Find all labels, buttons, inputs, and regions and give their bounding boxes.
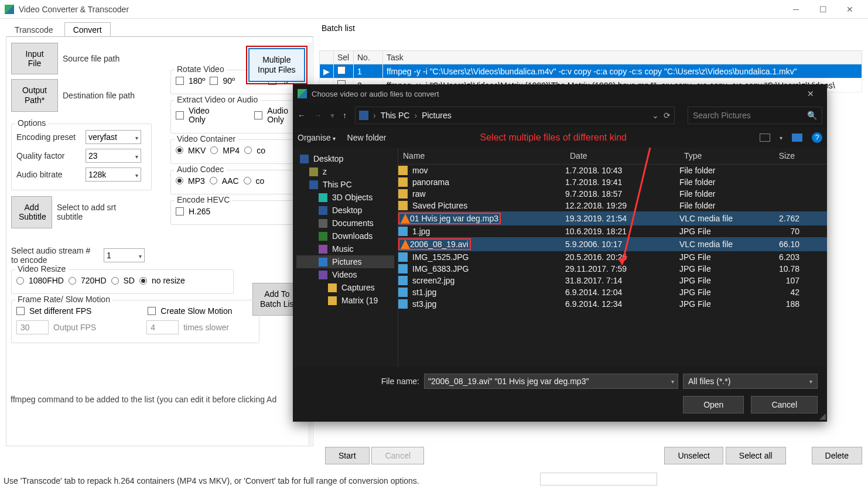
crumb-pictures[interactable]: Pictures bbox=[422, 111, 452, 120]
tree-captures[interactable]: Captures bbox=[296, 281, 394, 294]
preview-pane-button[interactable] bbox=[792, 134, 802, 142]
batch-row-checkbox[interactable] bbox=[337, 66, 346, 74]
resize-grip[interactable]: ◢ bbox=[819, 411, 826, 420]
minimize-button[interactable]: ─ bbox=[782, 1, 809, 18]
quality-factor-select[interactable]: 23 bbox=[86, 149, 141, 163]
search-input[interactable]: Search Pictures 🔍 bbox=[688, 107, 822, 124]
nav-back-button[interactable]: ← bbox=[298, 111, 306, 120]
help-button[interactable]: ? bbox=[812, 132, 822, 143]
set-fps-checkbox[interactable] bbox=[16, 307, 25, 315]
container-mp4-radio[interactable] bbox=[210, 146, 218, 154]
delete-button[interactable]: Delete bbox=[812, 447, 862, 464]
times-slower-input[interactable] bbox=[146, 320, 179, 334]
file-type-filter[interactable]: All files (*.*)▾ bbox=[683, 374, 818, 389]
group-hevc: Encode HEVC H.265 bbox=[170, 200, 293, 225]
window-title: Video Converter & Transcoder bbox=[19, 5, 782, 14]
open-button[interactable]: Open bbox=[683, 396, 744, 413]
slow-motion-checkbox[interactable] bbox=[148, 307, 156, 315]
file-row[interactable]: 1.jpg10.6.2019. 18:21JPG File70 bbox=[398, 225, 827, 237]
resize-none-radio[interactable] bbox=[139, 277, 147, 285]
unselect-button[interactable]: Unselect bbox=[664, 447, 723, 464]
file-row[interactable]: Saved Pictures12.2.2018. 19:29File folde… bbox=[398, 200, 827, 211]
tree-3d-objects[interactable]: 3D Objects bbox=[296, 191, 394, 204]
file-row[interactable]: panorama1.7.2018. 19:41File folder bbox=[398, 176, 827, 188]
tree-videos[interactable]: Videos bbox=[296, 268, 394, 281]
add-subtitle-button[interactable]: Add Subtitle bbox=[11, 196, 52, 229]
crumb-this-pc[interactable]: This PC bbox=[381, 111, 410, 120]
col-size[interactable]: Size bbox=[767, 148, 799, 164]
rotate-90-checkbox[interactable] bbox=[210, 77, 218, 85]
file-row[interactable]: st1.jpg6.9.2014. 12:04JPG File42 bbox=[398, 286, 827, 298]
view-mode-button[interactable] bbox=[760, 134, 770, 142]
encoding-preset-select[interactable]: veryfast bbox=[86, 130, 141, 144]
col-date[interactable]: Date bbox=[565, 148, 679, 164]
acodec-co-radio[interactable] bbox=[244, 177, 251, 184]
file-row[interactable]: st3.jpg6.9.2014. 12:34JPG File188 bbox=[398, 298, 827, 310]
col-name[interactable]: Name bbox=[398, 148, 565, 164]
resize-1080-radio[interactable] bbox=[16, 277, 24, 285]
tree-downloads[interactable]: Downloads bbox=[296, 230, 394, 242]
multiple-input-files-button[interactable]: Multiple Input Files bbox=[248, 48, 305, 82]
file-row[interactable]: raw9.7.2018. 18:57File folder bbox=[398, 188, 827, 200]
resize-720-radio[interactable] bbox=[69, 277, 76, 285]
file-row[interactable]: 2006_08_19.avi5.9.2006. 10:17VLC media f… bbox=[398, 237, 827, 251]
tree-documents[interactable]: Documents bbox=[296, 217, 394, 230]
start-button[interactable]: Start bbox=[325, 447, 370, 464]
input-file-button[interactable]: Input File bbox=[11, 43, 58, 74]
nav-forward-button[interactable]: → bbox=[314, 111, 322, 120]
dest-path-label: Destination file path bbox=[63, 91, 135, 100]
maximize-button[interactable]: ☐ bbox=[809, 1, 836, 18]
nav-up-button[interactable]: ↑ bbox=[343, 111, 347, 120]
output-path-button[interactable]: Output Path* bbox=[11, 79, 58, 112]
resize-sd-radio[interactable] bbox=[111, 277, 119, 285]
batch-list-title: Batch list bbox=[319, 22, 862, 34]
breadcrumb[interactable]: › This PC › Pictures ⌄⟳ bbox=[355, 107, 675, 124]
group-resize: Video Resize 1080FHD 720HD SD no resize bbox=[11, 269, 234, 294]
video-only-checkbox[interactable] bbox=[176, 111, 184, 119]
tab-convert[interactable]: Convert bbox=[64, 22, 111, 37]
organise-button[interactable]: Organise bbox=[298, 133, 336, 142]
image-file-icon bbox=[398, 252, 408, 262]
audio-only-checkbox[interactable] bbox=[254, 111, 262, 119]
batch-row[interactable]: ▶ 1 ffmpeg -y -i "C:\Users\z\Videos\bund… bbox=[320, 64, 862, 78]
tree-music[interactable]: Music bbox=[296, 242, 394, 255]
col-type[interactable]: Type bbox=[679, 148, 767, 164]
acodec-aac-radio[interactable] bbox=[210, 177, 217, 184]
new-folder-button[interactable]: New folder bbox=[347, 133, 387, 142]
h265-checkbox[interactable] bbox=[176, 207, 184, 216]
tree-this-pc[interactable]: This PC bbox=[296, 178, 394, 191]
tree-matrix[interactable]: Matrix (19 bbox=[296, 294, 394, 307]
tree-desktop-folder[interactable]: Desktop bbox=[296, 204, 394, 217]
file-name-input[interactable]: "2006_08_19.avi" "01 Hvis jeg var deg.mp… bbox=[424, 374, 678, 389]
cancel-button[interactable]: Cancel bbox=[371, 447, 424, 464]
nav-recent-button[interactable]: ▾ bbox=[330, 111, 334, 120]
file-row[interactable]: 01 Hvis jeg var deg.mp319.3.2019. 21:54V… bbox=[398, 211, 827, 225]
tree-desktop[interactable]: Desktop bbox=[296, 152, 394, 165]
audio-bitrate-select[interactable]: 128k bbox=[86, 167, 141, 182]
dialog-cancel-button[interactable]: Cancel bbox=[751, 396, 818, 413]
status-input[interactable] bbox=[540, 473, 657, 485]
container-mkv-radio[interactable] bbox=[176, 146, 183, 154]
tree-pictures[interactable]: Pictures bbox=[296, 255, 394, 268]
view-mode-dropdown-icon[interactable]: ▾ bbox=[780, 135, 782, 141]
tab-transcode[interactable]: Transcode bbox=[6, 22, 62, 37]
acodec-mp3-radio[interactable] bbox=[176, 177, 183, 184]
breadcrumb-dropdown-icon[interactable]: ⌄ bbox=[652, 111, 659, 120]
file-row[interactable]: mov1.7.2018. 10:43File folder bbox=[398, 165, 827, 176]
file-row[interactable]: IMG_1525.JPG20.5.2016. 20:26JPG File6.20… bbox=[398, 251, 827, 263]
refresh-icon[interactable]: ⟳ bbox=[664, 111, 671, 120]
rotate-180-checkbox[interactable] bbox=[176, 77, 184, 85]
folder-icon bbox=[398, 177, 408, 187]
vlc-file-icon bbox=[401, 214, 410, 223]
close-button[interactable]: ✕ bbox=[836, 1, 863, 18]
fps-input[interactable] bbox=[16, 320, 49, 334]
select-all-button[interactable]: Select all bbox=[726, 447, 786, 464]
dialog-app-icon bbox=[298, 89, 307, 98]
tree-user[interactable]: z bbox=[296, 165, 394, 178]
group-acodec: Audio Codec MP3 AAC co bbox=[170, 170, 293, 194]
dialog-close-button[interactable]: ✕ bbox=[799, 89, 822, 98]
audio-stream-select[interactable]: 1 bbox=[104, 248, 145, 262]
file-row[interactable]: screen2.jpg31.8.2017. 7:14JPG File107 bbox=[398, 275, 827, 286]
file-row[interactable]: IMG_6383.JPG29.11.2017. 7:59JPG File10.7… bbox=[398, 263, 827, 275]
container-co-radio[interactable] bbox=[244, 146, 252, 154]
